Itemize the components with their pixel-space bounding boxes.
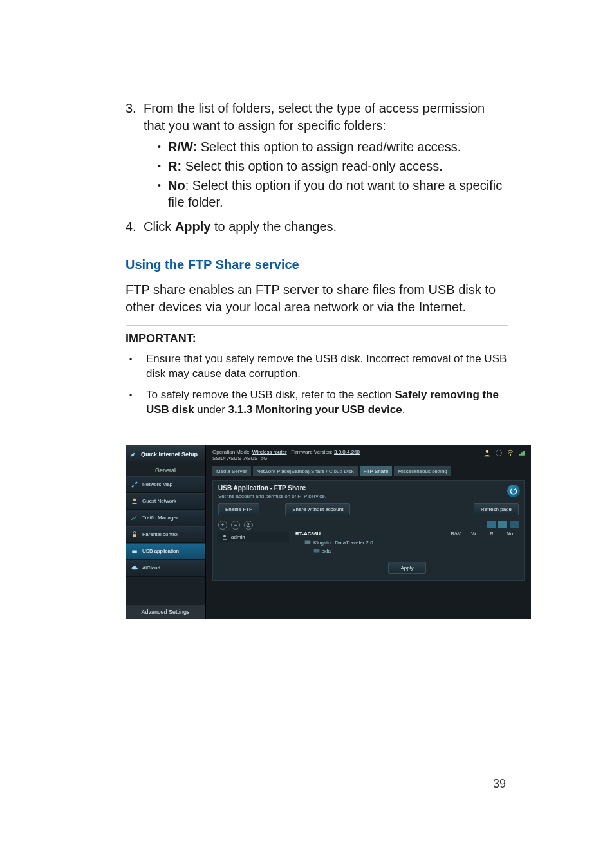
col-no: No — [501, 531, 519, 537]
ssid-line: SSID: ASUS ASUS_5G — [212, 456, 525, 461]
guest-icon — [131, 497, 138, 505]
sub-no: • No: Select this option if you do not w… — [144, 177, 508, 210]
col-rw: R/W — [447, 531, 465, 537]
important-item-2-pre: To safely remove the USB disk, refer to … — [146, 389, 395, 401]
svg-point-2 — [133, 498, 136, 501]
sidebar-item-label: Traffic Manager — [142, 515, 178, 521]
col-r: R — [483, 531, 501, 537]
tree-header: RT-AC66U R/W W R No — [295, 531, 519, 537]
sidebar-item-label: USB application — [142, 548, 179, 554]
page-number: 39 — [493, 777, 506, 791]
sub-no-text: Select this option if you do not want to… — [168, 178, 502, 209]
op-mode-label: Operation Mode: — [212, 449, 251, 455]
sidebar-item-guest-network[interactable]: Guest Network — [126, 493, 205, 510]
tab-misc-setting[interactable]: Miscellaneous setting — [394, 466, 451, 476]
enable-ftp-button[interactable]: Enable FTP — [218, 503, 259, 515]
user-icon[interactable] — [483, 449, 491, 457]
sidebar: Quick Internet Setup General Network Map… — [126, 445, 206, 619]
add-folder-button[interactable] — [487, 521, 496, 528]
svg-rect-8 — [519, 454, 521, 455]
sidebar-item-usb-application[interactable]: USB application — [126, 543, 205, 560]
bullet-icon: • — [129, 388, 146, 418]
wizard-icon — [129, 450, 137, 458]
sidebar-advanced-settings[interactable]: Advanced Settings — [126, 605, 205, 619]
edit-account-button[interactable]: ⊘ — [244, 521, 253, 530]
svg-rect-12 — [305, 541, 310, 544]
reload-button[interactable] — [507, 485, 520, 497]
step-3: 3. From the list of folders, select the … — [126, 100, 508, 213]
important-item-2-b2: 3.1.3 Monitoring your USB device — [228, 403, 402, 416]
remove-folder-button[interactable] — [498, 521, 507, 528]
important-title: IMPORTANT — [126, 332, 192, 345]
edit-folder-button[interactable] — [510, 521, 519, 528]
step-4-number: 4. — [126, 218, 144, 235]
account-row[interactable]: admin — [218, 532, 289, 542]
step-3-text: From the list of folders, select the typ… — [144, 101, 485, 133]
panel-title: USB Application - FTP Share — [218, 485, 519, 492]
col-w: W — [465, 531, 483, 537]
tab-network-place[interactable]: Network Place(Samba) Share / Cloud Disk — [253, 466, 358, 476]
tree-sda[interactable]: sda — [295, 547, 519, 555]
sub-r: • R: Select this option to assign read-o… — [144, 158, 508, 174]
folder-column: RT-AC66U R/W W R No Kingston DataTravele… — [289, 521, 519, 574]
bullet-icon: • — [158, 138, 168, 155]
sidebar-item-parental-control[interactable]: Parental control — [126, 526, 205, 543]
ssid-2[interactable]: ASUS_5G — [244, 456, 268, 461]
ftp-heading: Using the FTP Share service — [126, 257, 508, 272]
op-mode-value[interactable]: Wireless router — [252, 449, 287, 455]
sidebar-item-traffic-manager[interactable]: Traffic Manager — [126, 510, 205, 526]
fw-value[interactable]: 3.0.0.4.260 — [334, 449, 360, 455]
account-name: admin — [231, 534, 245, 540]
remove-account-button[interactable]: − — [231, 521, 240, 530]
important-box: IMPORTANT: • Ensure that you safely remo… — [126, 325, 508, 432]
main-panel: Operation Mode: Wireless router Firmware… — [206, 445, 531, 619]
usb-drive-icon — [304, 540, 311, 545]
sidebar-item-aicloud[interactable]: AiCloud — [126, 560, 205, 577]
svg-point-7 — [510, 454, 511, 456]
reload-icon — [510, 487, 517, 495]
fw-label: Firmware Version: — [291, 449, 332, 455]
bullet-icon: • — [158, 177, 168, 210]
svg-point-5 — [486, 450, 489, 453]
ssid-1[interactable]: ASUS — [227, 456, 241, 461]
add-account-button[interactable]: + — [218, 521, 227, 530]
ftp-para: FTP share enables an FTP server to share… — [126, 281, 508, 316]
qis-label: Quick Internet Setup — [141, 451, 198, 457]
panel-subtitle: Set the account and permission of FTP se… — [218, 494, 519, 499]
svg-point-6 — [496, 450, 502, 456]
globe-icon[interactable] — [495, 449, 503, 457]
refresh-page-button[interactable]: Refresh page — [474, 503, 519, 515]
important-item-2: • To safely remove the USB disk, refer t… — [126, 388, 508, 418]
important-item-2-mid: under — [194, 403, 228, 416]
wifi-icon[interactable] — [507, 449, 514, 457]
svg-rect-3 — [133, 534, 136, 537]
quick-internet-setup[interactable]: Quick Internet Setup — [126, 445, 205, 463]
signal-icon[interactable] — [518, 449, 526, 457]
sidebar-item-label: Network Map — [142, 481, 172, 487]
top-right-icons — [483, 449, 526, 457]
step-4-post: to apply the changes. — [210, 219, 337, 234]
drive-icon — [313, 548, 320, 553]
sidebar-item-network-map[interactable]: Network Map — [126, 476, 205, 493]
tab-bar: Media Server Network Place(Samba) Share … — [212, 466, 525, 476]
lock-icon — [131, 531, 138, 539]
traffic-icon — [131, 514, 138, 522]
bullet-icon: • — [158, 158, 168, 174]
sub-r-label: R: — [168, 159, 181, 173]
share-without-account-button[interactable]: Share without account — [285, 503, 350, 515]
svg-point-11 — [223, 535, 226, 537]
usb-icon — [131, 548, 138, 555]
sub-rw: • R/W: Select this option to assign read… — [144, 138, 508, 155]
svg-rect-14 — [314, 549, 320, 553]
tree-usb[interactable]: Kingston DataTraveler 2.0 — [295, 539, 519, 547]
sub-no-label: No — [168, 178, 185, 192]
tab-media-server[interactable]: Media Server — [212, 466, 251, 476]
apply-button[interactable]: Apply — [388, 562, 425, 574]
sub-rw-text: Select this option to assign read/write … — [197, 140, 461, 154]
account-column: + − ⊘ admin — [218, 521, 289, 574]
sda-label: sda — [322, 548, 331, 554]
step-4: 4. Click Apply to apply the changes. — [126, 218, 508, 235]
sidebar-item-label: Guest Network — [142, 498, 176, 504]
user-icon — [221, 534, 228, 540]
tab-ftp-share[interactable]: FTP Share — [360, 466, 393, 476]
